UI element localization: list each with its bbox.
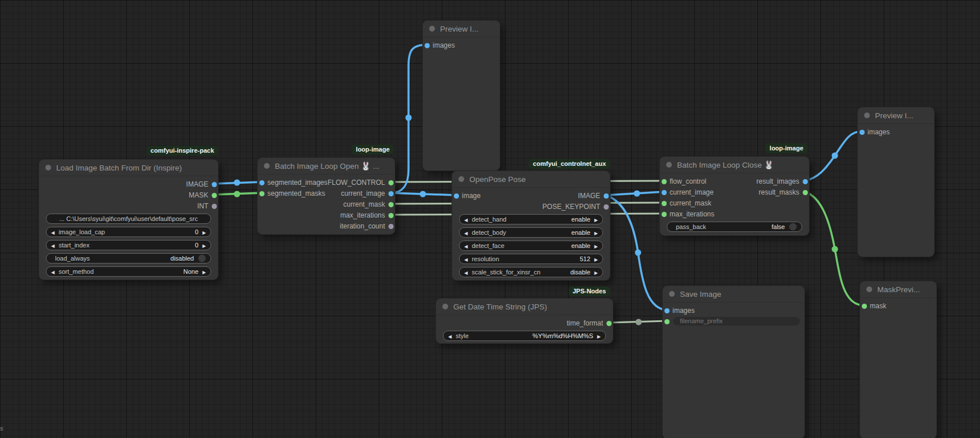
node-title-bar[interactable]: Batch Image Loop Close 🐰 — [660, 157, 809, 173]
node-title-bar[interactable]: Load Image Batch From Dir (Inspire) — [39, 160, 218, 176]
widget-scale-stick[interactable]: scale_stick_for_xinsr_cn disable — [459, 267, 603, 277]
collapse-dot-icon[interactable] — [864, 113, 870, 118]
stepper-left-icon[interactable] — [51, 268, 55, 275]
port-mask-icon[interactable] — [862, 304, 867, 309]
stepper-left-icon[interactable] — [464, 229, 468, 236]
stepper-right-icon[interactable] — [594, 229, 598, 236]
node-load-image-batch[interactable]: Load Image Batch From Dir (Inspire) IMAG… — [39, 160, 218, 280]
stepper-left-icon[interactable] — [464, 255, 468, 262]
widget-value: ... C:\Users\syui\git\comfyui\user\defau… — [59, 215, 197, 222]
port-flow-control-icon[interactable] — [662, 179, 667, 184]
reroute-dot[interactable] — [406, 115, 412, 121]
port-current-mask-icon[interactable] — [662, 201, 667, 206]
collapse-dot-icon[interactable] — [458, 176, 464, 182]
port-filename-prefix-icon[interactable] — [664, 319, 670, 324]
port-max-iterations-icon[interactable] — [662, 212, 667, 217]
widget-label: detect_hand — [472, 216, 507, 223]
collapse-dot-icon[interactable] — [45, 165, 51, 170]
node-preview-image-right[interactable]: Preview I... images — [858, 107, 934, 257]
collapse-dot-icon[interactable] — [669, 291, 675, 297]
port-segmented-images-icon[interactable] — [259, 180, 265, 185]
node-title-bar[interactable]: OpenPose Pose — [452, 171, 610, 188]
port-image-icon[interactable] — [212, 182, 217, 187]
node-title-bar[interactable]: MaskPrevi... — [860, 281, 936, 298]
node-openpose-pose[interactable]: OpenPose Pose image IMAGE POSE_KEYPOINT … — [452, 171, 610, 280]
widget-filename-prefix[interactable]: filename_prefix — [673, 317, 800, 325]
stepper-right-icon[interactable] — [594, 269, 598, 276]
widget-detect-hand[interactable]: detect_hand enable — [459, 214, 603, 224]
reroute-dot[interactable] — [635, 250, 641, 256]
port-time-format-icon[interactable] — [606, 321, 612, 326]
collapse-dot-icon[interactable] — [666, 162, 672, 168]
collapse-dot-icon[interactable] — [429, 26, 435, 32]
port-current-mask-icon[interactable] — [388, 202, 394, 207]
port-result-masks-icon[interactable] — [803, 190, 808, 195]
stepper-right-icon[interactable] — [594, 242, 598, 249]
widget-detect-body[interactable]: detect_body enable — [459, 227, 603, 238]
widget-resolution[interactable]: resolution 512 — [459, 254, 603, 264]
node-batch-image-loop-close[interactable]: Batch Image Loop Close 🐰 flow_control re… — [660, 157, 809, 235]
stepper-left-icon[interactable] — [51, 228, 55, 235]
toggle-knob-icon[interactable] — [789, 223, 797, 231]
port-int-icon[interactable] — [212, 204, 217, 209]
stepper-left-icon[interactable] — [464, 216, 468, 223]
port-result-images-icon[interactable] — [803, 179, 808, 184]
collapse-dot-icon[interactable] — [264, 163, 270, 169]
port-mask-icon[interactable] — [212, 193, 217, 198]
stepper-right-icon[interactable] — [594, 216, 598, 223]
widget-directory-combo[interactable]: ... C:\Users\syui\git\comfyui\user\defau… — [46, 214, 211, 224]
node-preview-image-top[interactable]: Preview I... images — [423, 21, 500, 170]
port-pose-keypoint-icon[interactable] — [604, 204, 609, 210]
widget-detect-face[interactable]: detect_face enable — [459, 241, 603, 251]
port-iteration-count-icon[interactable] — [388, 224, 394, 229]
reroute-dot[interactable] — [832, 153, 838, 159]
port-flow-control-icon[interactable] — [388, 180, 394, 185]
node-save-image[interactable]: Save Image images filename_prefix — [663, 286, 804, 438]
widget-pass-back-toggle[interactable]: pass_back false — [667, 222, 802, 232]
port-images-icon[interactable] — [860, 130, 865, 135]
port-current-image-icon[interactable] — [388, 191, 394, 196]
port-images-icon[interactable] — [664, 308, 670, 313]
stepper-right-icon[interactable] — [594, 255, 598, 262]
stepper-left-icon[interactable] — [448, 332, 452, 339]
reroute-dot[interactable] — [832, 246, 838, 253]
port-segmented-masks-icon[interactable] — [259, 191, 265, 196]
stepper-right-icon[interactable] — [203, 242, 206, 249]
stepper-right-icon[interactable] — [597, 332, 601, 339]
reroute-dot[interactable] — [634, 191, 640, 197]
port-current-image-icon[interactable] — [662, 190, 667, 195]
widget-sort-method[interactable]: sort_method None — [46, 266, 211, 277]
node-title: Load Image Batch From Dir (Inspire) — [56, 164, 182, 172]
stepper-right-icon[interactable] — [203, 268, 206, 275]
reroute-dot[interactable] — [636, 319, 642, 325]
collapse-dot-icon[interactable] — [442, 304, 448, 309]
stepper-left-icon[interactable] — [464, 269, 468, 276]
port-max-iterations-icon[interactable] — [388, 213, 394, 218]
node-title-bar[interactable]: Save Image — [663, 286, 804, 303]
reroute-dot[interactable] — [234, 191, 240, 197]
toggle-knob-icon[interactable] — [198, 254, 206, 262]
node-title-bar[interactable]: Get Date Time String (JPS) — [436, 299, 613, 315]
port-images-icon[interactable] — [425, 43, 430, 48]
collapse-dot-icon[interactable] — [866, 286, 872, 292]
port-image-icon[interactable] — [454, 193, 459, 199]
node-pack-badge: comfyui_controlnet_aux — [529, 159, 610, 169]
port-label: MASK — [189, 190, 208, 201]
node-get-date-time-string[interactable]: Get Date Time String (JPS) time_format s… — [436, 299, 613, 343]
reroute-dot[interactable] — [420, 191, 426, 197]
graph-canvas[interactable]: comfyui-inspire-pack loop-image comfyui_… — [0, 0, 980, 438]
widget-image-load-cap[interactable]: image_load_cap 0 — [46, 227, 211, 237]
stepper-left-icon[interactable] — [464, 242, 468, 249]
widget-style[interactable]: style %Y%m%d%H%M%S — [443, 331, 606, 341]
node-title-bar[interactable]: Batch Image Loop Open 🐰 ... — [258, 158, 395, 175]
widget-start-index[interactable]: start_index 0 — [46, 240, 211, 250]
widget-load-always-toggle[interactable]: load_always disabled — [46, 253, 211, 263]
stepper-right-icon[interactable] — [203, 228, 206, 235]
node-title-bar[interactable]: Preview I... — [858, 107, 934, 124]
node-mask-preview[interactable]: MaskPrevi... mask — [860, 281, 936, 438]
node-title-bar[interactable]: Preview I... — [423, 21, 500, 37]
reroute-dot[interactable] — [234, 180, 240, 186]
stepper-left-icon[interactable] — [51, 242, 55, 249]
node-batch-image-loop-open[interactable]: Batch Image Loop Open 🐰 ... segmented_im… — [258, 158, 395, 234]
port-image-out-icon[interactable] — [604, 193, 609, 199]
